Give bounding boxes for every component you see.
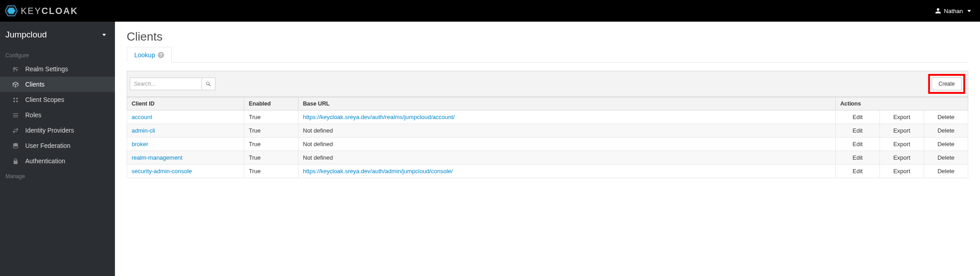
cube-icon: [12, 81, 19, 88]
database-icon: [12, 142, 19, 149]
search-button[interactable]: [202, 78, 215, 90]
sidebar-item-label: User Federation: [25, 142, 70, 149]
base-url-cell: Not defined: [298, 138, 836, 151]
client-id-link[interactable]: account: [132, 114, 152, 120]
base-url-cell: https://keycloak.sreya.dev/auth/admin/ju…: [298, 165, 836, 178]
sidebar-section-label: Configure: [0, 48, 115, 61]
sidebar-item-clients[interactable]: Clients: [0, 77, 115, 92]
search-icon: [206, 81, 211, 87]
sidebar-item-label: Client Scopes: [25, 96, 64, 103]
sidebar-item-label: Roles: [25, 111, 41, 119]
client-id-link[interactable]: realm-management: [132, 154, 183, 161]
client-id-link[interactable]: broker: [132, 141, 148, 147]
table-row: accountTruehttps://keycloak.sreya.dev/au…: [127, 110, 968, 124]
delete-button[interactable]: Delete: [924, 151, 968, 165]
svg-point-5: [16, 100, 18, 102]
svg-point-2: [13, 97, 15, 99]
export-button[interactable]: Export: [880, 165, 924, 178]
delete-button[interactable]: Delete: [924, 124, 968, 138]
search-group: [130, 78, 215, 90]
sidebar-section-label: Manage: [0, 169, 115, 182]
svg-point-4: [13, 100, 15, 102]
top-bar: KEYCLOAK Nathan: [0, 0, 980, 22]
page-title: Clients: [127, 30, 968, 44]
tabs: Lookup ?: [127, 46, 968, 63]
help-icon[interactable]: ?: [158, 52, 164, 58]
base-url-cell: https://keycloak.sreya.dev/auth/realms/j…: [298, 110, 836, 124]
scopes-icon: [12, 96, 19, 103]
table-row: realm-managementTrueNot definedEditExpor…: [127, 151, 968, 165]
edit-button[interactable]: Edit: [836, 110, 880, 124]
tab-lookup[interactable]: Lookup ?: [127, 47, 172, 63]
create-button[interactable]: Create: [932, 78, 962, 90]
content-area: Clients Lookup ? Create Client ID: [115, 22, 980, 276]
sidebar-item-client-scopes[interactable]: Client Scopes: [0, 92, 115, 107]
sliders-icon: [12, 65, 19, 73]
edit-button[interactable]: Edit: [836, 151, 880, 165]
sidebar-item-user-federation[interactable]: User Federation: [0, 138, 115, 153]
export-button[interactable]: Export: [880, 138, 924, 151]
client-id-link[interactable]: security-admin-console: [132, 168, 192, 175]
delete-button[interactable]: Delete: [924, 110, 968, 124]
base-url-link[interactable]: https://keycloak.sreya.dev/auth/admin/ju…: [303, 168, 453, 175]
sidebar-item-label: Identity Providers: [25, 127, 74, 134]
edit-button[interactable]: Edit: [836, 124, 880, 138]
sidebar: Jumpcloud ConfigureRealm SettingsClients…: [0, 22, 115, 276]
enabled-cell: True: [244, 138, 298, 151]
user-name: Nathan: [944, 8, 963, 14]
edit-button[interactable]: Edit: [836, 138, 880, 151]
export-button[interactable]: Export: [880, 110, 924, 124]
create-highlight: Create: [928, 74, 965, 94]
base-url-link[interactable]: https://keycloak.sreya.dev/auth/realms/j…: [303, 114, 455, 120]
base-url-cell: Not defined: [298, 124, 836, 138]
col-base-url[interactable]: Base URL: [298, 97, 836, 110]
export-button[interactable]: Export: [880, 151, 924, 165]
sidebar-item-identity-providers[interactable]: Identity Providers: [0, 123, 115, 138]
brand[interactable]: KEYCLOAK: [5, 4, 78, 18]
keycloak-logo-icon: [5, 4, 18, 18]
col-enabled[interactable]: Enabled: [244, 97, 298, 110]
delete-button[interactable]: Delete: [924, 138, 968, 151]
table-row: admin-cliTrueNot definedEditExportDelete: [127, 124, 968, 138]
enabled-cell: True: [244, 110, 298, 124]
exchange-icon: [12, 127, 19, 134]
sidebar-item-label: Realm Settings: [25, 65, 68, 73]
sidebar-item-label: Clients: [25, 81, 45, 88]
tab-label: Lookup: [134, 51, 155, 59]
export-button[interactable]: Export: [880, 124, 924, 138]
user-menu[interactable]: Nathan: [935, 8, 971, 14]
base-url-cell: Not defined: [298, 151, 836, 165]
enabled-cell: True: [244, 165, 298, 178]
list-icon: [12, 111, 19, 119]
sidebar-item-roles[interactable]: Roles: [0, 107, 115, 123]
realm-name: Jumpcloud: [5, 30, 47, 40]
client-id-link[interactable]: admin-cli: [132, 127, 155, 134]
realm-selector[interactable]: Jumpcloud: [0, 22, 115, 48]
sidebar-item-authentication[interactable]: Authentication: [0, 153, 115, 169]
col-client-id[interactable]: Client ID: [127, 97, 244, 110]
lock-icon: [12, 157, 19, 165]
user-icon: [935, 8, 941, 14]
clients-table: Client ID Enabled Base URL Actions accou…: [127, 97, 968, 178]
table-row: security-admin-consoleTruehttps://keyclo…: [127, 165, 968, 178]
svg-point-3: [16, 97, 18, 99]
sidebar-item-label: Authentication: [25, 157, 65, 165]
col-actions: Actions: [836, 97, 968, 110]
brand-text: KEYCLOAK: [21, 6, 78, 16]
search-input[interactable]: [130, 78, 202, 90]
sidebar-item-realm-settings[interactable]: Realm Settings: [0, 61, 115, 77]
table-row: brokerTrueNot definedEditExportDelete: [127, 138, 968, 151]
toolbar: Create: [127, 71, 968, 97]
edit-button[interactable]: Edit: [836, 165, 880, 178]
delete-button[interactable]: Delete: [924, 165, 968, 178]
enabled-cell: True: [244, 124, 298, 138]
chevron-down-icon: [967, 10, 971, 12]
chevron-down-icon: [102, 34, 106, 36]
enabled-cell: True: [244, 151, 298, 165]
